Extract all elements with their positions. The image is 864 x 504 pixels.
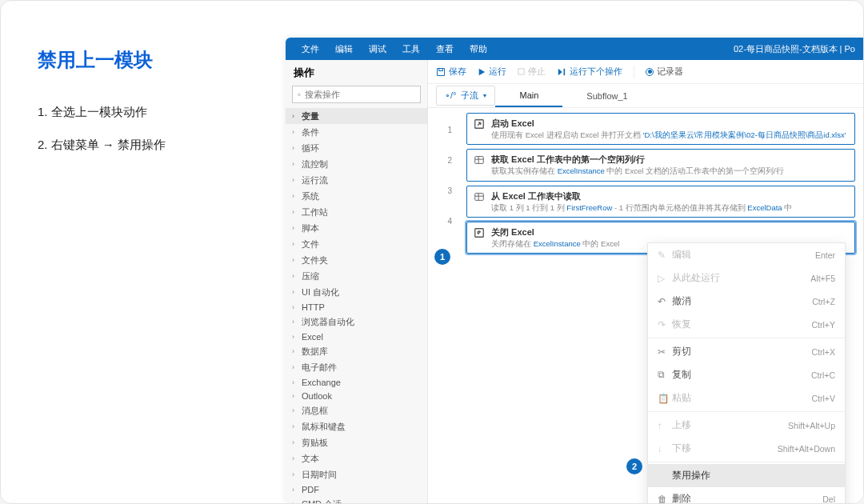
caret-icon: › bbox=[292, 208, 298, 216]
actions-header: 操作 bbox=[286, 60, 427, 86]
flow-step[interactable]: 获取 Excel 工作表中的第一个空闲列/行获取其实例存储在 ExcelInst… bbox=[466, 149, 855, 181]
stop-button: 停止 bbox=[518, 66, 546, 78]
ctx-粘贴: 📋粘贴Ctrl+V bbox=[648, 386, 845, 410]
menu-file[interactable]: 文件 bbox=[294, 43, 327, 55]
svg-rect-12 bbox=[475, 193, 484, 200]
ctx-编辑: ✎编辑Enter bbox=[648, 243, 845, 266]
save-button[interactable]: 保存 bbox=[436, 66, 466, 78]
ctx-删除[interactable]: 🗑删除Del bbox=[648, 487, 845, 503]
search-input[interactable] bbox=[305, 90, 415, 99]
step-icon bbox=[557, 68, 566, 76]
tree-item[interactable]: ›条件 bbox=[286, 124, 427, 140]
svg-rect-3 bbox=[439, 68, 443, 70]
ctx-从此处运行: ▷从此处运行Alt+F5 bbox=[648, 266, 845, 290]
svg-rect-2 bbox=[438, 68, 445, 75]
tree-item[interactable]: ›变量 bbox=[286, 108, 427, 124]
tree-item[interactable]: ›浏览器自动化 bbox=[286, 314, 427, 330]
tree-item[interactable]: ›文件 bbox=[286, 236, 427, 252]
excel-icon bbox=[474, 154, 485, 166]
run-next-button[interactable]: 运行下个操作 bbox=[557, 66, 622, 78]
caret-icon: › bbox=[292, 363, 298, 371]
tree-item[interactable]: ›PDF bbox=[286, 482, 427, 496]
svg-rect-5 bbox=[518, 69, 524, 74]
instruction-step: 2. 右键菜单 → 禁用操作 bbox=[38, 138, 286, 153]
excel-icon bbox=[474, 191, 485, 202]
menu-edit[interactable]: 编辑 bbox=[327, 43, 361, 55]
main-area: 保存 运行 停止 运行下个操作 bbox=[428, 60, 863, 503]
search-input-wrap[interactable] bbox=[292, 86, 421, 103]
tree-item[interactable]: ›HTTP bbox=[286, 300, 427, 314]
tree-item[interactable]: ›系统 bbox=[286, 188, 427, 204]
menu-view[interactable]: 查看 bbox=[428, 43, 462, 55]
caret-icon: › bbox=[292, 378, 298, 386]
caret-icon: › bbox=[292, 422, 298, 430]
tree-item[interactable]: ›消息框 bbox=[286, 402, 427, 418]
step-desc: 读取 1 列 1 行到 1 列 FirstFreeRow - 1 行范围内单元格… bbox=[491, 202, 848, 213]
flow-editor[interactable]: 1 2 3 4 启动 Excel使用现有 Excel 进程启动 Excel 并打… bbox=[428, 108, 863, 503]
tree-item[interactable]: ›鼠标和键盘 bbox=[286, 418, 427, 434]
menubar: 文件 编辑 调试 工具 查看 帮助 02-每日商品快照-文档版本 | Po bbox=[286, 38, 863, 60]
menu-tools[interactable]: 工具 bbox=[394, 43, 428, 55]
stop-icon bbox=[518, 68, 525, 75]
tree-item[interactable]: ›文件夹 bbox=[286, 252, 427, 268]
svg-marker-6 bbox=[558, 68, 562, 74]
caret-icon: › bbox=[292, 438, 298, 446]
caret-icon: › bbox=[292, 272, 298, 280]
caret-icon: › bbox=[292, 288, 298, 296]
subflow-dropdown[interactable]: ∘/° 子流 ▾ bbox=[436, 86, 495, 106]
caret-icon: › bbox=[292, 392, 298, 400]
tree-item[interactable]: ›流控制 bbox=[286, 156, 427, 172]
tree-item[interactable]: ›数据库 bbox=[286, 343, 427, 359]
step-title: 启动 Excel bbox=[491, 118, 848, 130]
caret-icon: › bbox=[292, 470, 298, 478]
tree-item[interactable]: ›剪贴板 bbox=[286, 434, 427, 450]
recorder-toggle[interactable]: 记录器 bbox=[646, 66, 683, 78]
svg-rect-7 bbox=[564, 68, 566, 74]
ctx-撤消[interactable]: ↶撤消Ctrl+Z bbox=[648, 290, 845, 313]
flow-step[interactable]: 从 Excel 工作表中读取读取 1 列 1 行到 1 列 FirstFreeR… bbox=[466, 186, 855, 218]
edit-icon: ✎ bbox=[658, 250, 672, 261]
tree-item[interactable]: ›Excel bbox=[286, 330, 427, 343]
del-icon: 🗑 bbox=[658, 494, 672, 504]
tab-main[interactable]: Main bbox=[495, 85, 562, 107]
tree-item[interactable]: ›Outlook bbox=[286, 389, 427, 402]
tree-item[interactable]: ›日期时间 bbox=[286, 466, 427, 482]
svg-point-0 bbox=[298, 94, 301, 96]
launch-icon bbox=[474, 118, 485, 130]
undo-icon: ↶ bbox=[658, 296, 672, 307]
document-title: 02-每日商品快照-文档版本 | Po bbox=[734, 43, 855, 55]
caret-icon: › bbox=[292, 347, 298, 355]
caret-icon: › bbox=[292, 112, 298, 120]
tree-item[interactable]: ›运行流 bbox=[286, 172, 427, 188]
tree-item[interactable]: ›Exchange bbox=[286, 375, 427, 389]
tree-item[interactable]: ›工作站 bbox=[286, 204, 427, 220]
tree-item[interactable]: ›文本 bbox=[286, 450, 427, 466]
tree-item[interactable]: ›电子邮件 bbox=[286, 359, 427, 375]
caret-icon: › bbox=[292, 333, 298, 341]
caret-icon: › bbox=[292, 240, 298, 248]
menu-help[interactable]: 帮助 bbox=[462, 43, 495, 55]
ctx-复制[interactable]: ⧉复制Ctrl+C bbox=[648, 363, 845, 386]
close-icon bbox=[474, 227, 485, 238]
ctx-下移: ↓下移Shift+Alt+Down bbox=[648, 437, 845, 460]
actions-tree[interactable]: ›变量›条件›循环›流控制›运行流›系统›工作站›脚本›文件›文件夹›压缩›UI… bbox=[286, 108, 427, 503]
tab-subflow1[interactable]: Subflow_1 bbox=[562, 86, 651, 106]
run-button[interactable]: 运行 bbox=[478, 66, 506, 78]
caret-icon: › bbox=[292, 160, 298, 168]
tree-item[interactable]: ›脚本 bbox=[286, 220, 427, 236]
instruction-title: 禁用上一模块 bbox=[38, 47, 286, 73]
tree-item[interactable]: ›循环 bbox=[286, 140, 427, 156]
caret-icon: › bbox=[292, 318, 298, 326]
tree-item[interactable]: ›压缩 bbox=[286, 268, 427, 284]
svg-marker-4 bbox=[479, 68, 486, 74]
subflow-row: ∘/° 子流 ▾ Main Subflow_1 bbox=[428, 84, 863, 108]
app-window: 文件 编辑 调试 工具 查看 帮助 02-每日商品快照-文档版本 | Po 操作… bbox=[286, 38, 863, 503]
tree-item[interactable]: ›CMD 会话 bbox=[286, 496, 427, 503]
caret-icon: › bbox=[292, 176, 298, 184]
tree-item[interactable]: ›UI 自动化 bbox=[286, 284, 427, 300]
context-menu[interactable]: ✎编辑Enter▷从此处运行Alt+F5↶撤消Ctrl+Z↷恢复Ctrl+Y✂剪… bbox=[647, 242, 846, 503]
menu-debug[interactable]: 调试 bbox=[361, 43, 394, 55]
ctx-禁用操作[interactable]: 禁用操作 bbox=[648, 464, 845, 487]
ctx-剪切[interactable]: ✂剪切Ctrl+X bbox=[648, 340, 845, 363]
flow-step[interactable]: 启动 Excel使用现有 Excel 进程启动 Excel 并打开文档 'D:\… bbox=[466, 113, 855, 145]
